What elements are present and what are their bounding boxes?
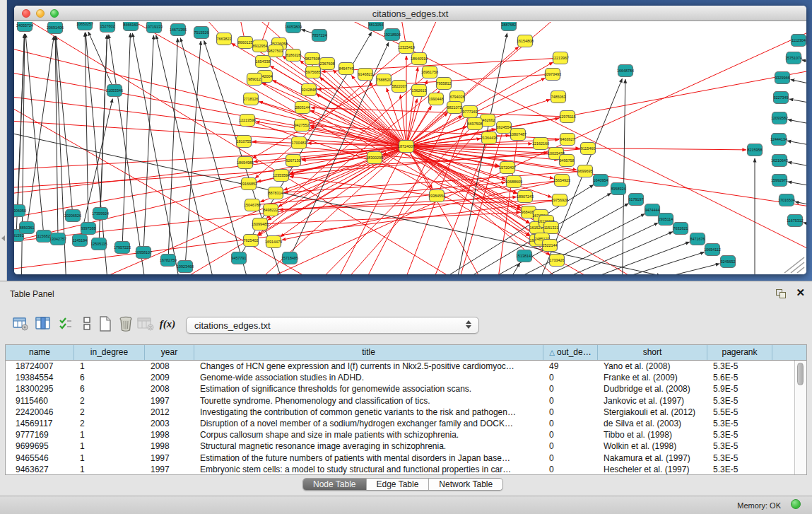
graph-node[interactable]: 7857224 <box>312 30 327 42</box>
cell-in_degree[interactable]: 2 <box>74 395 145 407</box>
graph-node[interactable]: 1733426 <box>550 255 565 267</box>
graph-node[interactable]: 16099485 <box>252 218 269 230</box>
table-row[interactable]: 946362711997Embryonic stem cells: a mode… <box>6 464 794 474</box>
graph-node[interactable]: 8215958 <box>748 144 763 156</box>
cell-title[interactable]: Investigating the contribution of common… <box>194 407 543 418</box>
graph-node[interactable]: 8912954 <box>253 40 268 52</box>
graph-node[interactable]: 9242848 <box>302 84 317 96</box>
close-panel-icon[interactable]: ✕ <box>796 286 805 299</box>
table-row[interactable]: 1456911722003Disruption of a novel membe… <box>6 418 794 429</box>
cell-out_de[interactable]: 0 <box>543 429 598 440</box>
cell-short[interactable]: Wolkin et al. (1998) <box>598 440 707 452</box>
citation-edge-black[interactable] <box>156 35 219 274</box>
graph-node[interactable]: 12325419 <box>398 42 415 54</box>
cell-in_degree[interactable]: 1 <box>74 429 145 440</box>
graph-node[interactable]: 12093582 <box>771 112 788 124</box>
table-mode-button[interactable] <box>11 314 30 334</box>
cell-in_degree[interactable]: 2 <box>74 418 145 429</box>
new-table-button[interactable] <box>96 314 114 334</box>
graph-node[interactable]: 9463627 <box>560 134 575 146</box>
graph-node[interactable]: 19384554 <box>428 190 445 202</box>
cell-year[interactable]: 1998 <box>145 429 194 440</box>
citation-edge-black[interactable] <box>788 119 806 131</box>
column-header-out_de[interactable]: △out_de… <box>543 345 598 360</box>
graph-node[interactable]: 10958107 <box>135 247 152 259</box>
graph-node[interactable]: 19166852 <box>240 178 257 190</box>
citation-edge-black[interactable] <box>795 201 806 212</box>
graph-node[interactable]: 8958924 <box>611 183 626 195</box>
graph-node[interactable]: 13042757 <box>49 233 66 245</box>
graph-node[interactable]: 21053346 <box>106 85 123 97</box>
table-row[interactable]: 2242004622012Investigating the contribut… <box>6 407 794 418</box>
graph-node[interactable]: 9699695 <box>578 165 593 177</box>
citation-edge-black[interactable] <box>802 60 806 71</box>
table-select-dropdown[interactable]: citations_edges.txt <box>186 317 479 334</box>
graph-node[interactable]: 2935114 <box>659 214 673 226</box>
graph-node[interactable]: 7663822 <box>217 33 232 45</box>
table-vertical-scrollbar[interactable] <box>794 361 806 474</box>
graph-node[interactable]: 18640910 <box>411 53 428 65</box>
cell-short[interactable]: Tibbo et al. (1998) <box>598 429 707 440</box>
graph-node[interactable]: 7515526 <box>194 27 209 39</box>
graph-node[interactable]: 12213967 <box>552 52 569 64</box>
graph-node[interactable]: 16210643 <box>771 155 788 167</box>
graph-node[interactable]: 17016504 <box>778 194 795 206</box>
cell-title[interactable]: Corpus callosum shape and size in male p… <box>194 429 543 440</box>
graph-node[interactable]: 17957223 <box>114 242 131 254</box>
cell-name[interactable]: 14569117 <box>6 418 74 429</box>
cell-short[interactable]: Dudbridge et al. (2008) <box>598 383 707 395</box>
graph-node[interactable]: 15046788 <box>244 199 261 211</box>
cell-title[interactable]: Estimation of the future numbers of pati… <box>194 452 543 464</box>
graph-node[interactable]: 12505115 <box>90 238 107 250</box>
cell-title[interactable]: Embryonic stem cells: a model to study s… <box>194 464 543 474</box>
citation-edge-black[interactable] <box>122 33 131 247</box>
cell-year[interactable]: 2003 <box>145 418 194 429</box>
graph-node[interactable]: 9115460 <box>581 143 596 155</box>
citation-edge-black[interactable] <box>132 33 184 274</box>
graph-node[interactable]: 5822037 <box>392 81 407 93</box>
graph-node[interactable]: 10688609 <box>505 176 522 188</box>
graph-node[interactable]: 7632621 <box>673 223 688 235</box>
cell-year[interactable]: 2008 <box>145 383 194 395</box>
graph-node[interactable]: 12162160 <box>532 138 549 150</box>
cell-out_de[interactable]: 0 <box>543 452 598 464</box>
graph-node[interactable]: 19218506 <box>384 29 401 41</box>
graph-node[interactable]: 11675312 <box>787 215 804 227</box>
cell-short[interactable]: de Silva et al. (2003) <box>598 418 707 429</box>
graph-node[interactable]: 15751074 <box>785 52 802 64</box>
cell-year[interactable]: 2008 <box>145 361 194 372</box>
column-header-in_degree[interactable]: in_degree <box>74 345 145 360</box>
graph-node[interactable]: 9777169 <box>463 106 478 118</box>
graph-node[interactable]: 2718126 <box>244 93 259 105</box>
side-panel-expand-arrow-icon[interactable] <box>1 235 5 241</box>
citation-edge-red[interactable] <box>273 80 406 146</box>
cell-name[interactable]: 18300295 <box>6 383 74 395</box>
function-builder-button[interactable]: f(x) <box>158 314 177 334</box>
cell-year[interactable]: 1997 <box>145 395 194 407</box>
graph-node[interactable]: 2367608 <box>320 58 335 70</box>
graph-node[interactable]: 1700481 <box>292 137 307 149</box>
graph-node[interactable]: 1990448 <box>429 93 444 105</box>
graph-node[interactable]: 15720407 <box>499 162 516 174</box>
cell-name[interactable]: 19384554 <box>6 372 74 383</box>
graph-node[interactable]: 12213599 <box>239 115 256 127</box>
table-row[interactable]: 1938455462009Genome-wide association stu… <box>6 372 794 383</box>
graph-node[interactable]: 1145194 <box>73 235 88 247</box>
cell-out_de[interactable]: 0 <box>543 407 598 418</box>
cell-pagerank[interactable]: 5.5E-5 <box>707 407 772 418</box>
graph-node[interactable]: 20206526 <box>64 210 81 222</box>
cell-year[interactable]: 1997 <box>145 464 194 474</box>
citation-edge-black[interactable] <box>143 35 153 252</box>
tab-edge-table[interactable]: Edge Table <box>367 479 430 490</box>
cell-pagerank[interactable]: 5.6E-5 <box>707 372 772 383</box>
cell-pagerank[interactable]: 5.3E-5 <box>707 418 772 429</box>
graph-node[interactable]: 8471676 <box>690 233 705 245</box>
citation-edge-black[interactable] <box>88 32 114 90</box>
graph-node[interactable]: 10973493 <box>544 69 561 81</box>
citation-edge-black[interactable] <box>804 223 806 233</box>
graph-node[interactable]: 8186328 <box>286 49 301 62</box>
graph-node[interactable]: 21364436 <box>481 132 498 144</box>
graph-node[interactable]: 9827508 <box>305 53 320 65</box>
cell-pagerank[interactable]: 5.3E-5 <box>707 429 772 440</box>
graph-node[interactable]: 8660125 <box>238 37 253 49</box>
